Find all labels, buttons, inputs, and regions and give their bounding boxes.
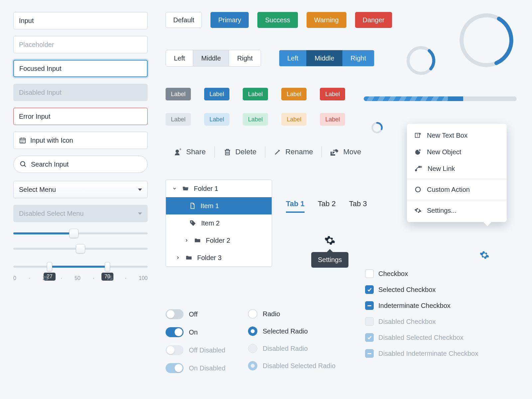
radio-circle xyxy=(248,309,257,319)
svg-text:T: T xyxy=(416,134,418,137)
progress-bar xyxy=(364,96,517,101)
tab-bar: Tab 1 Tab 2 Tab 3 xyxy=(286,200,367,213)
radio[interactable]: Radio xyxy=(248,309,335,319)
tab-3[interactable]: Tab 3 xyxy=(349,200,367,213)
move-icon xyxy=(331,148,339,156)
radio-circle xyxy=(248,361,257,370)
switch xyxy=(166,327,184,337)
tooltip: Settings xyxy=(311,252,348,268)
caret-down-icon xyxy=(138,212,142,215)
svg-rect-16 xyxy=(331,154,335,156)
switch xyxy=(166,309,184,319)
warning-button[interactable]: Warning xyxy=(307,12,346,28)
default-button[interactable]: Default xyxy=(166,12,202,28)
svg-point-5 xyxy=(22,141,23,141)
svg-point-18 xyxy=(191,221,193,223)
slider-range[interactable]: 27 70 0·25·50·75·100 xyxy=(13,262,148,285)
radio-circle xyxy=(248,327,257,336)
text-input-with-icon[interactable]: Input with Icon xyxy=(13,132,148,149)
tag-soft-blue: Label xyxy=(204,113,229,126)
radio-selected[interactable]: Selected Radio xyxy=(248,327,335,336)
context-menu: T New Text Box New Object New Link Custo… xyxy=(407,124,507,222)
rename-action[interactable]: Rename xyxy=(265,148,322,156)
danger-button[interactable]: Danger xyxy=(355,12,392,28)
checkbox-box xyxy=(365,317,374,326)
input-value: Input xyxy=(19,17,34,25)
text-input[interactable]: Input xyxy=(13,12,148,29)
text-input-focused[interactable]: Focused Input xyxy=(13,60,148,77)
pencil-icon xyxy=(274,148,281,156)
segment-middle[interactable]: Middle xyxy=(307,50,342,66)
segment-left[interactable]: Left xyxy=(166,50,193,66)
menu-new-object[interactable]: New Object xyxy=(407,144,507,160)
tree-item-2[interactable]: Item 2 xyxy=(166,214,272,232)
slider-ticks: 0·25·50·75·100 xyxy=(13,275,148,281)
checkbox-box xyxy=(365,349,374,358)
svg-text:+: + xyxy=(179,148,182,152)
tag-icon xyxy=(189,219,197,227)
segment-left[interactable]: Left xyxy=(279,50,307,66)
tab-2[interactable]: Tab 2 xyxy=(318,200,336,213)
folder-icon xyxy=(185,254,193,261)
tag-soft-red: Label xyxy=(320,113,345,126)
caret-down-icon xyxy=(138,189,142,191)
radio-disabled-selected: Disabled Selected Radio xyxy=(248,361,335,370)
tree-folder-1[interactable]: Folder 1 xyxy=(166,180,272,197)
tree-folder-2[interactable]: Folder 2 xyxy=(166,232,272,249)
input-value: Input with Icon xyxy=(30,137,73,144)
menu-new-link[interactable]: New Link xyxy=(407,160,507,177)
tab-1[interactable]: Tab 1 xyxy=(286,200,305,213)
svg-rect-13 xyxy=(225,150,229,155)
tag-green: Label xyxy=(243,88,268,100)
menu-settings[interactable]: Settings... xyxy=(407,202,507,219)
tree-item-1[interactable]: Item 1 xyxy=(166,197,272,214)
menu-new-text-box[interactable]: T New Text Box xyxy=(407,127,507,144)
svg-point-11 xyxy=(176,150,179,153)
checkbox-box xyxy=(365,269,374,278)
success-button[interactable]: Success xyxy=(257,12,298,28)
search-input[interactable]: Search Input xyxy=(13,156,148,173)
checkbox[interactable]: Checkbox xyxy=(365,269,478,278)
segment-middle[interactable]: Middle xyxy=(193,50,229,66)
slider-thumb-high[interactable] xyxy=(105,262,110,271)
file-icon xyxy=(189,202,196,209)
checkbox-box xyxy=(365,333,374,342)
slider-thumb-low[interactable] xyxy=(47,262,52,271)
move-action[interactable]: Move xyxy=(322,148,370,156)
share-action[interactable]: + Share xyxy=(166,148,214,156)
radio-circle xyxy=(248,344,257,353)
tag-blue: Label xyxy=(204,88,229,100)
gear-icon[interactable] xyxy=(479,250,489,260)
delete-action[interactable]: Delete xyxy=(215,148,265,156)
tag-gray: Label xyxy=(166,88,191,100)
segment-right[interactable]: Right xyxy=(229,50,261,66)
slider-thumb[interactable] xyxy=(69,229,78,238)
toggle-on-disabled: On Disabled xyxy=(166,363,225,373)
menu-custom-action[interactable]: Custom Action xyxy=(407,181,507,198)
svg-rect-17 xyxy=(331,152,332,154)
toggle-off[interactable]: Off xyxy=(166,309,225,319)
segment-right[interactable]: Right xyxy=(342,50,374,66)
checkbox-disabled-selected: Disabled Selected Checkbox xyxy=(365,333,478,342)
svg-point-4 xyxy=(21,141,22,141)
gear-icon[interactable] xyxy=(324,235,335,246)
slider-single[interactable] xyxy=(13,229,148,238)
segmented-control-primary: Left Middle Right xyxy=(279,50,374,66)
slider-center[interactable] xyxy=(13,244,148,253)
primary-button[interactable]: Primary xyxy=(210,12,249,28)
select-menu[interactable]: Select Menu xyxy=(13,181,148,198)
svg-point-9 xyxy=(21,162,25,166)
search-icon xyxy=(20,161,27,168)
text-input-placeholder[interactable]: Placeholder xyxy=(13,36,148,53)
toggle-on[interactable]: On xyxy=(166,327,225,337)
tree-folder-3[interactable]: Folder 3 xyxy=(166,249,272,266)
checkbox-indeterminate[interactable]: Indeterminate Checkbox xyxy=(365,301,478,310)
svg-point-6 xyxy=(24,141,24,141)
tag-soft-orange: Label xyxy=(281,113,307,126)
circle-outline-icon xyxy=(414,186,422,193)
tag-soft-gray: Label xyxy=(166,113,191,126)
checkbox-selected[interactable]: Selected Checkbox xyxy=(365,285,478,294)
text-input-error[interactable]: Error Input xyxy=(13,108,148,125)
radio-disabled: Disabled Radio xyxy=(248,344,335,353)
slider-thumb[interactable] xyxy=(76,244,85,253)
